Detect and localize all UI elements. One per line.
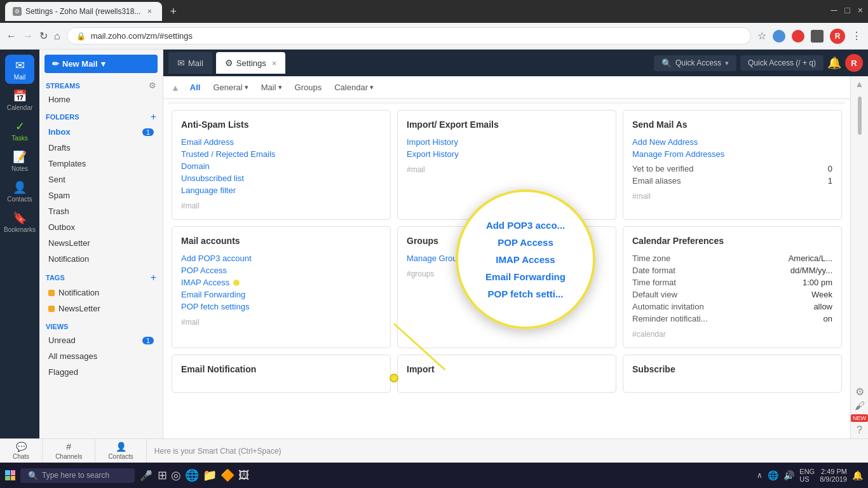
taskbar-view-icon[interactable]: ⊞ — [158, 468, 167, 482]
browser-tab-add[interactable]: + — [165, 2, 182, 21]
contacts-btn[interactable]: 👤 Contacts — [95, 439, 146, 463]
window-minimize[interactable]: ─ — [831, 5, 837, 15]
auto-invitation-value: allow — [813, 302, 832, 311]
taskbar-search-icon: 🔍 — [28, 471, 38, 480]
nav-back[interactable]: ← — [6, 30, 17, 42]
browser-tab-active[interactable]: ⚙ Settings - Zoho Mail (rewells318... × — [5, 2, 162, 21]
view-item-flagged[interactable]: Flagged — [39, 364, 163, 380]
tray-network-icon[interactable]: 🌐 — [768, 470, 778, 480]
link-add-new-address[interactable]: Add New Address — [632, 136, 832, 148]
link-trusted-rejected[interactable]: Trusted / Rejected Emails — [181, 148, 381, 160]
sidebar-item-notification[interactable]: Notification — [39, 251, 163, 267]
settings-scroll-up[interactable]: ▲ — [171, 83, 180, 93]
nav-calendar[interactable]: Calendar ▾ — [329, 80, 379, 95]
user-avatar-browser[interactable]: R — [830, 29, 845, 44]
tag-item-newsletter[interactable]: NewsLetter — [39, 301, 163, 316]
sidebar-item-newsletter[interactable]: NewsLetter — [39, 235, 163, 251]
sidebar-item-home[interactable]: Home — [39, 92, 163, 107]
link-email-address[interactable]: Email Address — [181, 136, 381, 148]
taskbar-voice-icon[interactable]: 🎤 — [140, 470, 153, 482]
link-manage-from[interactable]: Manage From Addresses — [632, 148, 832, 160]
sidebar-item-inbox[interactable]: Inbox 1 — [39, 124, 163, 140]
smart-chat-area[interactable]: Here is your Smart Chat (Ctrl+Space) — [147, 447, 868, 456]
sidebar-icon-tasks[interactable]: ✓ Tasks — [5, 116, 34, 145]
tray-up-icon[interactable]: ∧ — [757, 471, 763, 480]
sidebar-item-sent[interactable]: Sent — [39, 172, 163, 187]
taskbar-search[interactable]: 🔍 Type here to search — [20, 468, 135, 483]
notification-bell-icon[interactable]: 🔔 — [827, 56, 841, 70]
quick-access-shortcut-btn[interactable]: Quick Access (/ + q) — [740, 55, 824, 71]
tray-volume-icon[interactable]: 🔊 — [783, 470, 794, 480]
link-imap-access[interactable]: IMAP Access — [181, 276, 381, 288]
settings-tab-close[interactable]: × — [272, 58, 277, 68]
taskbar-explorer-icon[interactable]: 📁 — [203, 468, 217, 482]
link-language-filter[interactable]: Language filter — [181, 184, 381, 196]
window-maximize[interactable]: □ — [844, 5, 850, 15]
taskbar-photos-icon[interactable]: 🖼 — [238, 469, 250, 482]
tab-mail[interactable]: ✉ Mail — [168, 52, 212, 74]
sidebar-item-drafts[interactable]: Drafts — [39, 140, 163, 156]
sidebar-icon-bookmarks[interactable]: 🔖 Bookmarks — [5, 207, 34, 236]
sidebar-item-spam[interactable]: Spam — [39, 187, 163, 203]
start-button[interactable] — [5, 470, 15, 480]
sidebar-item-templates[interactable]: Templates — [39, 156, 163, 172]
sidebar-icon-notes[interactable]: 📝 Notes — [5, 146, 34, 175]
scroll-up-icon[interactable]: ▲ — [855, 79, 864, 89]
nav-all[interactable]: All — [185, 80, 206, 95]
user-avatar-app[interactable]: R — [845, 54, 863, 72]
nav-forward[interactable]: → — [23, 30, 33, 42]
tab-close-button[interactable]: × — [144, 6, 154, 17]
magnifier-link-pop3[interactable]: Add POP3 acco... — [485, 217, 566, 234]
window-close[interactable]: × — [858, 5, 863, 15]
address-bar[interactable]: 🔒 mail.zoho.com/zm/#settings — [67, 27, 751, 44]
sidebar-icon-calendar[interactable]: 📅 Calendar — [5, 85, 34, 114]
card-subscribe-title: Subscribe — [632, 364, 832, 374]
channels-btn[interactable]: # Channels — [43, 439, 95, 463]
lock-icon: 🔒 — [76, 32, 86, 41]
tag-item-notification[interactable]: Notification — [39, 285, 163, 301]
brush-icon-right[interactable]: 🖌 — [855, 400, 865, 412]
link-add-pop3[interactable]: Add POP3 account — [181, 252, 381, 264]
view-item-all[interactable]: All messages — [39, 348, 163, 364]
chats-btn[interactable]: 💬 Chats — [0, 439, 43, 463]
nav-home[interactable]: ⌂ — [54, 30, 60, 42]
link-email-forwarding[interactable]: Email Forwarding — [181, 288, 381, 301]
folders-add-icon[interactable]: + — [151, 111, 156, 123]
nav-refresh[interactable]: ↻ — [39, 30, 48, 42]
sidebar-item-trash[interactable]: Trash — [39, 203, 163, 219]
tab-settings[interactable]: ⚙ Settings × — [216, 52, 286, 74]
taskbar-clock[interactable]: 2:49 PM 8/9/2019 — [820, 468, 847, 483]
settings-top-nav: ▲ All General ▾ Mail ▾ Groups Calendar ▾ — [163, 76, 850, 99]
link-import-history[interactable]: Import History — [407, 136, 607, 148]
sidebar-item-outbox[interactable]: Outbox — [39, 219, 163, 235]
question-icon-right[interactable]: ? — [857, 424, 862, 436]
view-item-unread[interactable]: Unread 1 — [39, 332, 163, 348]
link-pop-access[interactable]: POP Access — [181, 264, 381, 276]
scrollbar-thumb[interactable] — [858, 97, 862, 135]
nav-groups[interactable]: Groups — [290, 80, 327, 95]
link-unsubscribed[interactable]: Unsubscribed list — [181, 172, 381, 184]
magnifier-link-pop-fetch[interactable]: POP fetch setti... — [485, 285, 566, 302]
sidebar-icon-contacts[interactable]: 👤 Contacts — [5, 177, 34, 206]
link-domain[interactable]: Domain — [181, 160, 381, 172]
nav-mail[interactable]: Mail ▾ — [256, 80, 287, 95]
quick-access-search[interactable]: 🔍 Quick Access ▾ — [654, 55, 736, 71]
card-anti-spam-title: Anti-Spam Lists — [181, 119, 381, 130]
magnifier-link-imap[interactable]: IMAP Access — [485, 251, 566, 268]
link-export-history[interactable]: Export History — [407, 148, 607, 160]
streams-settings-icon[interactable]: ⚙ — [149, 81, 156, 90]
magnifier-link-forwarding[interactable]: Email Forwarding — [485, 268, 566, 285]
new-mail-button[interactable]: ✏ New Mail ▾ — [44, 55, 158, 73]
tray-notification-icon[interactable]: 🔔 — [852, 470, 863, 480]
taskbar-chrome-icon[interactable]: 🌐 — [185, 468, 199, 482]
gear-icon-right[interactable]: ⚙ — [855, 386, 864, 398]
nav-general[interactable]: General ▾ — [208, 80, 253, 95]
sidebar-icon-mail[interactable]: ✉ Mail — [5, 55, 34, 84]
bookmark-icon[interactable]: ☆ — [757, 30, 766, 42]
taskbar-browser-icon[interactable]: 🔶 — [220, 468, 234, 482]
link-pop-fetch[interactable]: POP fetch settings — [181, 301, 381, 313]
menu-icon[interactable]: ⋮ — [851, 30, 862, 42]
magnifier-link-pop-access[interactable]: POP Access — [485, 234, 566, 251]
taskbar-cortana-icon[interactable]: ◎ — [171, 468, 181, 482]
tags-add-icon[interactable]: + — [151, 272, 156, 283]
